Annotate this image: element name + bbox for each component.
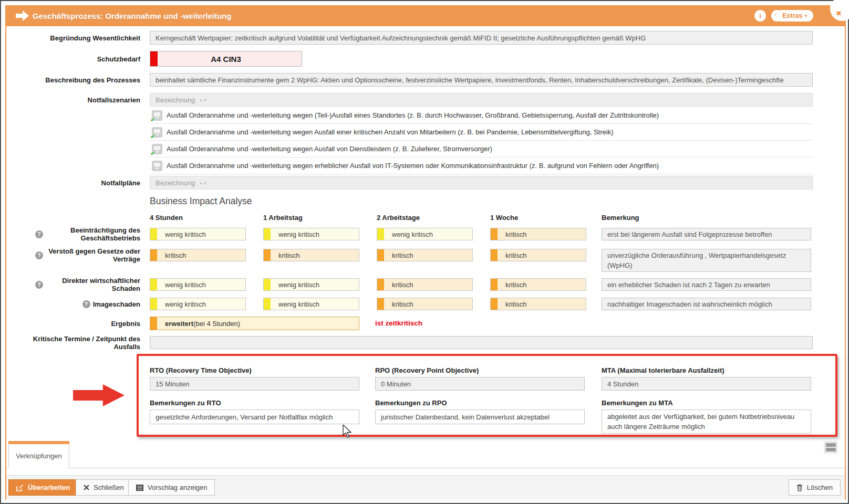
scenario-item[interactable]: ✔Ausfall Orderannahme und -weiterleitung… (150, 141, 813, 158)
beschreibung-field[interactable]: beinhaltet sämtliche Finanzinstrumente g… (150, 73, 813, 87)
rpo-field[interactable]: 0 Minuten (375, 377, 585, 391)
bia-cell[interactable]: kritisch (263, 249, 359, 261)
sort-icons[interactable]: ▲▼ (199, 181, 208, 185)
annotation-arrow (73, 384, 125, 406)
bia-cell[interactable]: kritisch (490, 228, 586, 240)
mta-label: MTA (Maximal tolerierbare Ausfallzeit) (602, 366, 724, 374)
bia-remark-field[interactable]: ein erheblicher Schaden ist nach 2 Tagen… (602, 278, 811, 291)
bia-cell[interactable]: wenig kritisch (150, 278, 246, 291)
footer-bar: Überarbeiten Schließen Vorschlag anzeige… (5, 475, 846, 500)
notfallplaene-label: Notfallpläne (5, 176, 140, 190)
bia-cell[interactable]: wenig kritisch (263, 278, 359, 291)
bia-cell[interactable]: wenig kritisch (150, 228, 246, 240)
kritische-termine-field[interactable] (150, 336, 813, 349)
check-icon: ✔ (150, 133, 156, 140)
mta-field[interactable]: 4 Stunden (602, 377, 811, 391)
close-icon: ✖ (836, 9, 842, 17)
page-title: Geschäftsprozess: Orderannahme und -weit… (33, 5, 231, 26)
schutzbedarf-badge: A4 CIN3 (150, 51, 302, 67)
scenario-label: Ausfall Orderannahme und -weiterleitung … (167, 128, 614, 136)
bia-col-4h: 4 Stunden (150, 214, 183, 222)
bia-cell[interactable]: kritisch (377, 249, 473, 261)
begruendung-field[interactable]: Kerngeschäft Wertpapier; zeitkritisch au… (150, 31, 813, 45)
edit-icon (16, 484, 24, 491)
bia-cell[interactable]: kritisch (377, 278, 473, 291)
scenario-icon: ✔ (152, 110, 162, 121)
ergebnis-badge: erweitert (bei 4 Stunden) (150, 317, 359, 330)
bia-col-1tag: 1 Arbeitstag (263, 214, 303, 222)
bia-cell[interactable]: kritisch (150, 249, 246, 261)
scenario-item[interactable]: ✔Ausfall Orderannahme und -weiterleitung… (150, 107, 813, 124)
question-help-icon[interactable]: ? (35, 251, 43, 259)
loeschen-button[interactable]: Löschen (789, 479, 841, 496)
rto-field[interactable]: 15 Minuten (150, 377, 359, 391)
bia-title: Business Impact Analyse (150, 196, 252, 207)
scenario-icon: ✔ (152, 127, 162, 138)
trash-icon (796, 484, 803, 491)
rto-remark-field[interactable]: gesetzliche Anforderungen, Versand per N… (150, 410, 359, 424)
rto-remark-label: Bemerkungen zu RTO (150, 399, 221, 407)
tab-verknuepfungen[interactable]: Verknüpfungen (8, 441, 69, 468)
list-view-toggle-icon[interactable] (824, 441, 838, 454)
bia-cell[interactable]: wenig kritisch (377, 228, 473, 240)
ueberarbeiten-button[interactable]: Überarbeiten (8, 479, 78, 496)
title-bar: Geschäftsprozess: Orderannahme und -weit… (5, 5, 846, 26)
scenario-label: Ausfall Orderannahme und -weiterleitung … (167, 111, 659, 119)
bia-cell[interactable]: kritisch (490, 298, 586, 310)
dialog-panel: Geschäftsprozess: Orderannahme und -weit… (5, 5, 846, 500)
notfallplaene-column-header[interactable]: Bezeichnung ▲▼ (150, 176, 813, 190)
bia-row-label: ?Imageschaden (5, 292, 140, 316)
schliessen-button[interactable]: Schließen (76, 479, 132, 496)
vorschlag-anzeigen-button[interactable]: Vorschlag anzeigen (128, 479, 215, 496)
sort-icons[interactable]: ▲▼ (199, 98, 208, 102)
bia-remark-field[interactable]: unverzügliche Orderausführung , Wertpapi… (602, 249, 811, 272)
tab-bar-divider (5, 468, 846, 468)
rpo-label: RPO (Recovery Point Objective) (375, 366, 479, 374)
scenario-item[interactable]: ✔Ausfall Orderannahme und -weiterleitung… (150, 124, 813, 141)
scenario-icon (152, 161, 162, 171)
panel-right-border (845, 26, 846, 500)
beschreibung-label: Beschreibung des Prozesses (5, 73, 140, 87)
process-arrow-icon (16, 10, 29, 22)
begruendung-label: Begründung Wesentlichkeit (5, 31, 140, 45)
panel-left-border (5, 26, 6, 500)
bia-remark-field[interactable]: erst bei längerem Ausfall sind Folgeproz… (602, 228, 811, 240)
bia-col-1woche: 1 Woche (490, 214, 518, 222)
bia-cell[interactable]: kritisch (377, 298, 473, 310)
mouse-cursor (343, 425, 352, 438)
notfallszenarien-column-header[interactable]: Bezeichnung ▲▼ (150, 93, 813, 107)
bia-cell[interactable]: kritisch (490, 278, 586, 291)
bia-remark-field[interactable]: nachhaltiger Imageschaden ist wahrschein… (602, 298, 811, 310)
schutzbedarf-label: Schutzbedarf (5, 51, 140, 67)
window-frame: Geschäftsprozess: Orderannahme und -weit… (0, 0, 849, 504)
question-help-icon[interactable]: ? (82, 300, 90, 308)
rpo-remark-label: Bemerkungen zu RPO (375, 399, 447, 407)
rpo-remark-field[interactable]: juristischer Datenbestand, kein Datenver… (375, 410, 585, 424)
scenario-label: Ausfall Orderannahme und -weiterleitung … (167, 145, 492, 153)
close-button[interactable]: ✖ (830, 0, 849, 21)
question-help-icon[interactable]: ? (35, 281, 43, 289)
bia-cell[interactable]: wenig kritisch (150, 298, 246, 310)
bia-col-2tage: 2 Arbeitstage (377, 214, 420, 222)
bia-row-label: ?Verstoß gegen Gesetze oder Verträge (5, 244, 140, 267)
bia-cell[interactable]: wenig kritisch (263, 228, 359, 240)
bia-col-bemerkung: Bemerkung (602, 214, 639, 222)
scenario-item[interactable]: Ausfall Orderannahme und -weiterleitung … (150, 158, 813, 174)
question-help-icon[interactable]: ? (35, 230, 43, 238)
bia-cell[interactable]: wenig kritisch (263, 298, 359, 310)
zeitkritisch-text: ist zeitkritisch (375, 319, 422, 327)
chevron-down-icon: ▾ (804, 13, 807, 18)
ergebnis-label: Ergebnis (5, 317, 140, 330)
scenario-list: ✔Ausfall Orderannahme und -weiterleitung… (150, 107, 813, 174)
list-icon (136, 485, 143, 491)
check-icon: ✔ (150, 116, 156, 123)
close-icon (84, 485, 89, 490)
scenario-icon: ✔ (152, 144, 162, 154)
bia-cell[interactable]: kritisch (490, 249, 586, 261)
bia-row-label: ?Beeinträchtigung des Geschäftsbetriebs (5, 223, 140, 246)
mta-remark-field[interactable]: abgeleitet aus der Verfügbarkeit, bei gu… (602, 410, 811, 434)
extras-button[interactable]: Extras▾ (776, 10, 813, 22)
info-icon[interactable]: i (754, 10, 766, 22)
check-icon: ✔ (150, 150, 156, 157)
scenario-label: Ausfall Orderannahme und -weiterleitung … (167, 162, 659, 170)
